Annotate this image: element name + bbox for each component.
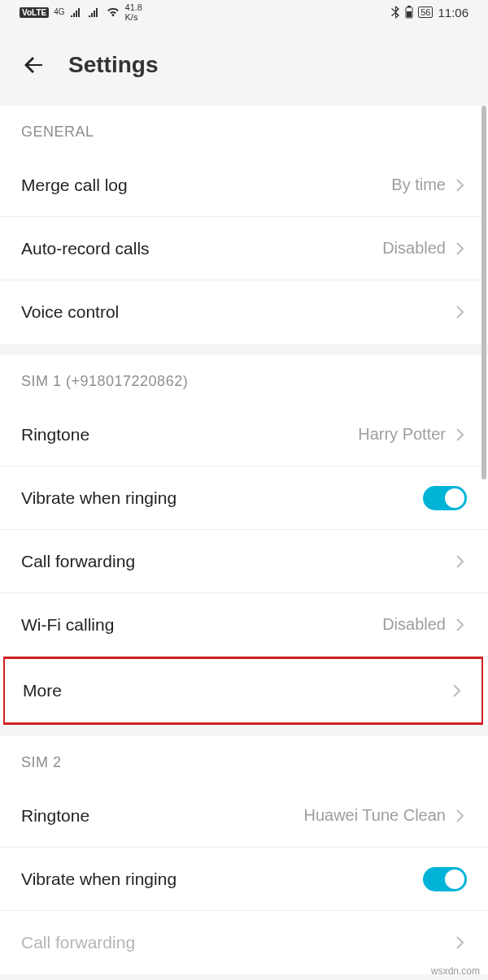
back-button[interactable]	[20, 50, 49, 80]
chevron-right-icon	[454, 936, 467, 949]
row-merge-call-log[interactable]: Merge call log By time	[0, 154, 488, 217]
row-value: Huawei Tune Clean	[303, 806, 446, 825]
highlight-box: More	[3, 657, 483, 725]
volte-icon: VoLTE	[20, 7, 49, 18]
row-sim1-call-forwarding[interactable]: Call forwarding	[0, 530, 488, 593]
row-label: Merge call log	[21, 176, 128, 195]
row-sim1-ringtone[interactable]: Ringtone Harry Potter	[0, 403, 488, 466]
row-label: Auto-record calls	[21, 239, 150, 258]
toggle-vibrate-sim1[interactable]	[423, 486, 467, 510]
section-header-sim2: SIM 2	[0, 736, 488, 784]
row-label: Ringtone	[21, 425, 89, 444]
row-label: Call forwarding	[21, 552, 135, 571]
network-speed: 41.8 K/s	[125, 2, 142, 22]
chevron-right-icon	[454, 428, 467, 441]
section-general: GENERAL Merge call log By time Auto-reco…	[0, 106, 488, 344]
row-sim2-vibrate[interactable]: Vibrate when ringing	[0, 848, 488, 911]
row-value: Harry Potter	[358, 425, 446, 444]
status-right: 56 11:06	[390, 6, 468, 20]
row-auto-record[interactable]: Auto-record calls Disabled	[0, 217, 488, 280]
chevron-right-icon	[454, 555, 467, 568]
battery-percent: 56	[418, 7, 433, 18]
row-sim2-call-forwarding[interactable]: Call forwarding	[0, 911, 488, 974]
app-header: Settings	[0, 24, 488, 106]
page-title: Settings	[68, 52, 158, 78]
toggle-vibrate-sim2[interactable]	[423, 867, 467, 891]
svg-rect-1	[407, 6, 411, 7]
row-label: Call forwarding	[21, 933, 135, 952]
status-bar: VoLTE 4G 41.8 K/s 56 11:06	[0, 0, 488, 24]
chevron-right-icon	[454, 179, 467, 192]
bluetooth-icon	[390, 6, 400, 19]
section-header-general: GENERAL	[0, 106, 488, 154]
section-header-sim1: SIM 1 (+918017220862)	[0, 355, 488, 403]
battery-icon	[405, 6, 413, 19]
row-sim1-more[interactable]: More	[5, 659, 481, 722]
row-sim1-wifi-calling[interactable]: Wi-Fi calling Disabled	[0, 593, 488, 657]
row-label: Wi-Fi calling	[21, 615, 114, 635]
row-value: Disabled	[382, 239, 446, 258]
signal-icon	[70, 7, 83, 17]
chevron-right-icon	[454, 618, 467, 631]
wifi-icon	[106, 7, 120, 18]
row-sim1-vibrate[interactable]: Vibrate when ringing	[0, 466, 488, 530]
section-sim2: SIM 2 Ringtone Huawei Tune Clean Vibrate…	[0, 736, 488, 974]
chevron-right-icon	[454, 306, 467, 319]
back-arrow-icon	[21, 52, 47, 78]
row-label: Vibrate when ringing	[21, 869, 176, 889]
row-label: More	[23, 681, 62, 700]
row-voice-control[interactable]: Voice control	[0, 280, 488, 344]
scrollbar[interactable]	[480, 106, 486, 967]
row-label: Voice control	[21, 302, 119, 322]
row-value: By time	[391, 176, 446, 194]
settings-list[interactable]: GENERAL Merge call log By time Auto-reco…	[0, 106, 488, 980]
row-label: Ringtone	[21, 806, 89, 826]
watermark: wsxdn.com	[431, 965, 480, 977]
row-sim2-ringtone[interactable]: Ringtone Huawei Tune Clean	[0, 784, 488, 848]
clock: 11:06	[438, 6, 468, 20]
row-label: Vibrate when ringing	[21, 488, 176, 508]
network-gen: 4G	[54, 8, 64, 16]
section-sim1: SIM 1 (+918017220862) Ringtone Harry Pot…	[0, 355, 488, 725]
status-left: VoLTE 4G 41.8 K/s	[20, 2, 142, 22]
signal-icon	[88, 7, 101, 17]
row-value: Disabled	[382, 615, 446, 634]
chevron-right-icon	[454, 809, 467, 822]
svg-rect-2	[407, 11, 412, 17]
chevron-right-icon	[454, 242, 467, 255]
chevron-right-icon	[451, 684, 464, 697]
scrollbar-thumb[interactable]	[481, 106, 486, 479]
